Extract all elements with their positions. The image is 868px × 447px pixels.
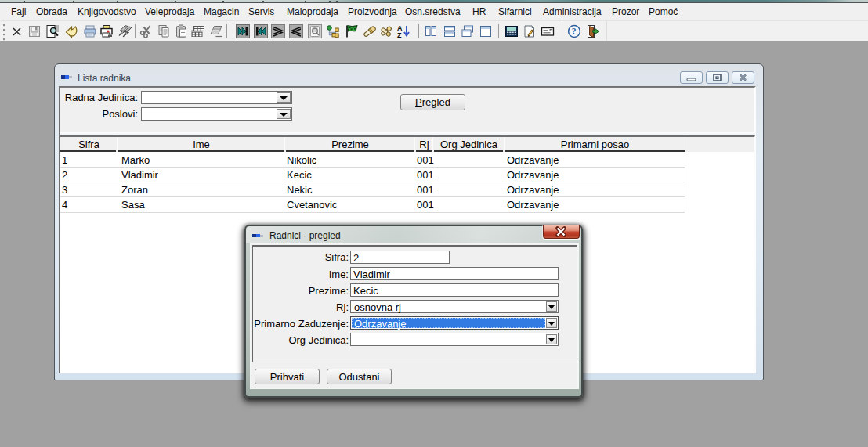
svg-text:?: ? — [572, 27, 577, 36]
svg-text:Z: Z — [397, 31, 402, 39]
